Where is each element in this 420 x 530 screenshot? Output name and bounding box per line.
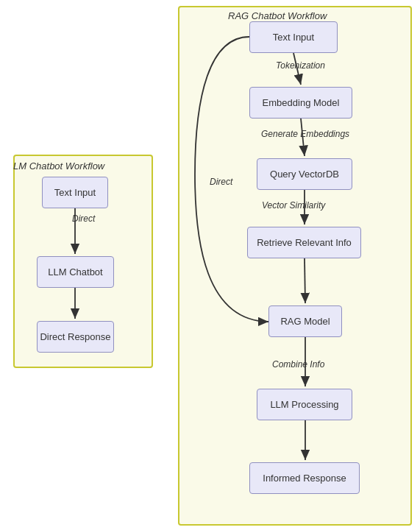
lm-chatbot-node: LLM Chatbot: [37, 256, 114, 288]
rag-model-node: RAG Model: [268, 305, 342, 337]
rag-workflow-title: RAG Chatbot Workflow: [228, 10, 327, 21]
rag-llm-processing-node: LLM Processing: [257, 389, 352, 420]
rag-retrieve-info-node: Retrieve Relevant Info: [247, 227, 361, 258]
diagram-container: LM Chatbot Workflow RAG Chatbot Workflow…: [0, 0, 420, 530]
rag-workflow-box: [178, 6, 412, 526]
lm-direct-label: Direct: [72, 213, 95, 224]
lm-workflow-title: LM Chatbot Workflow: [13, 160, 104, 172]
rag-tokenization-label: Tokenization: [276, 60, 325, 71]
rag-vector-similarity-label: Vector Similarity: [262, 200, 325, 211]
lm-text-input-node: Text Input: [42, 177, 108, 208]
rag-informed-response-node: Informed Response: [249, 462, 360, 494]
rag-generate-embeddings-label: Generate Embeddings: [261, 129, 349, 139]
lm-direct-response-node: Direct Response: [37, 321, 114, 353]
rag-query-vectordb-node: Query VectorDB: [257, 158, 352, 190]
rag-direct-label: Direct: [210, 177, 232, 187]
rag-embedding-model-node: Embedding Model: [249, 87, 352, 119]
rag-text-input-node: Text Input: [249, 21, 338, 53]
rag-combine-info-label: Combine Info: [272, 359, 324, 370]
